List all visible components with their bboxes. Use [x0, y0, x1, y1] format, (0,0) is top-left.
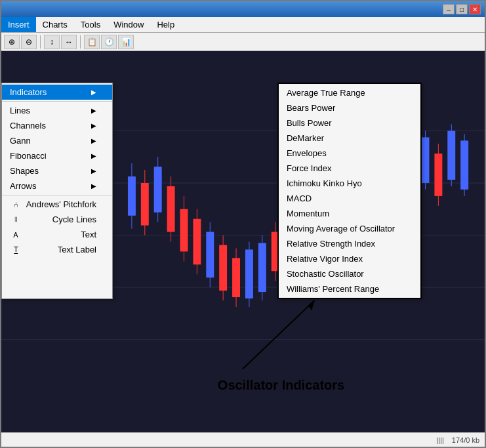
svg-rect-33 [434, 153, 442, 196]
status-bar: |||| 174/0 kb [1, 432, 485, 447]
maximize-button[interactable]: □ [456, 4, 468, 14]
osc-item-ichimoku[interactable]: Ichimoku Kinko Hyo [279, 176, 420, 191]
sep-1 [2, 101, 112, 102]
menu-tools[interactable]: Tools [74, 17, 107, 32]
toolbar-btn-3[interactable]: ↕ [44, 35, 60, 49]
svg-rect-35 [447, 131, 455, 180]
toolbar-btn-5[interactable]: 📋 [84, 35, 100, 49]
menu-item-arrows[interactable]: Arrows ▶ [2, 178, 112, 193]
toolbar-btn-6[interactable]: 🕐 [101, 35, 117, 49]
minimize-button[interactable]: – [443, 4, 455, 14]
osc-item-demarker[interactable]: DeMarker [279, 131, 420, 146]
submenu-arrow-lines: ▶ [91, 107, 96, 114]
osc-item-stochastic[interactable]: Stochastic Oscillator [279, 266, 420, 281]
title-bar-buttons: – □ ✕ [443, 4, 481, 14]
menu-bar: Insert Charts Tools Window Help [1, 17, 485, 33]
insert-menu: Indicators ▶ Lines ▶ Channels ▶ Gann ▶ [1, 83, 113, 299]
osc-item-moving-avg-osc[interactable]: Moving Average of Oscillator [279, 221, 420, 236]
submenu-arrow-channels: ▶ [91, 122, 96, 129]
menu-help[interactable]: Help [150, 17, 181, 32]
oscillators-submenu: Average True Range Bears Power Bulls Pow… [277, 83, 422, 299]
menu-insert[interactable]: Insert [1, 17, 36, 32]
osc-item-macd[interactable]: MACD [279, 191, 420, 206]
main-window: – □ ✕ Insert Charts Tools Window Help ⊕ … [0, 0, 486, 448]
menu-item-text[interactable]: A Text [2, 227, 112, 242]
submenu-arrow-indicators: ▶ [91, 89, 96, 96]
toolbar-btn-2[interactable]: ⊖ [21, 35, 37, 49]
sep-2 [2, 195, 112, 195]
submenu-arrow-arrows: ▶ [91, 182, 96, 190]
text-label-icon: T̲ [10, 245, 22, 254]
chart-annotation: Oscillator Indicators [218, 378, 344, 393]
menu-item-cycle-lines[interactable]: ⦀ Cycle Lines [2, 212, 112, 227]
dropdown-container: Indicators ▶ Lines ▶ Channels ▶ Gann ▶ [1, 83, 422, 299]
submenu-arrow-shapes: ▶ [91, 167, 96, 174]
menu-item-pitchfork[interactable]: ⑃ Andrews' Pitchfork [2, 197, 112, 212]
menu-item-shapes[interactable]: Shapes ▶ [2, 163, 112, 178]
osc-item-bulls-power[interactable]: Bulls Power [279, 115, 420, 131]
chart-area: Oscillator Indicators Indicators ▶ Lines… [1, 51, 485, 432]
osc-item-momentum[interactable]: Momentum [279, 206, 420, 221]
menu-item-fibonacci[interactable]: Fibonacci ▶ [2, 148, 112, 163]
toolbar-sep-2 [80, 35, 81, 49]
close-button[interactable]: ✕ [469, 4, 481, 14]
menu-item-indicators[interactable]: Indicators ▶ [2, 85, 112, 100]
osc-item-relative-vigor[interactable]: Relative Vigor Index [279, 251, 420, 266]
svg-rect-37 [460, 140, 468, 190]
osc-item-bears-power[interactable]: Bears Power [279, 100, 420, 115]
toolbar-sep-1 [40, 35, 41, 49]
title-bar: – □ ✕ [1, 1, 485, 17]
toolbar-btn-1[interactable]: ⊕ [4, 35, 20, 49]
menu-charts[interactable]: Charts [36, 17, 74, 32]
submenu-arrow-fibonacci: ▶ [91, 152, 96, 159]
toolbar: ⊕ ⊖ ↕ ↔ 📋 🕐 📊 [1, 33, 485, 51]
menu-item-channels[interactable]: Channels ▶ [2, 118, 112, 133]
osc-item-force-index[interactable]: Force Index [279, 161, 420, 176]
submenu-arrow-gann: ▶ [91, 137, 96, 144]
status-bar-info: 174/0 kb [452, 436, 479, 444]
osc-item-rsi[interactable]: Relative Strength Index [279, 236, 420, 251]
status-bar-icon: |||| [436, 436, 443, 444]
text-icon: A [10, 231, 22, 239]
svg-rect-31 [422, 137, 430, 183]
osc-item-envelopes[interactable]: Envelopes [279, 146, 420, 161]
toolbar-btn-4[interactable]: ↔ [61, 35, 77, 49]
toolbar-btn-7[interactable]: 📊 [118, 35, 134, 49]
menu-item-lines[interactable]: Lines ▶ [2, 103, 112, 118]
osc-item-avg-true-range[interactable]: Average True Range [279, 85, 420, 100]
pitchfork-icon: ⑃ [10, 201, 22, 209]
osc-item-williams-pct[interactable]: Williams' Percent Range [279, 281, 420, 296]
menu-item-text-label[interactable]: T̲ Text Label [2, 242, 112, 257]
menu-window[interactable]: Window [107, 17, 150, 32]
menu-item-gann[interactable]: Gann ▶ [2, 133, 112, 148]
cycle-lines-icon: ⦀ [10, 215, 22, 224]
